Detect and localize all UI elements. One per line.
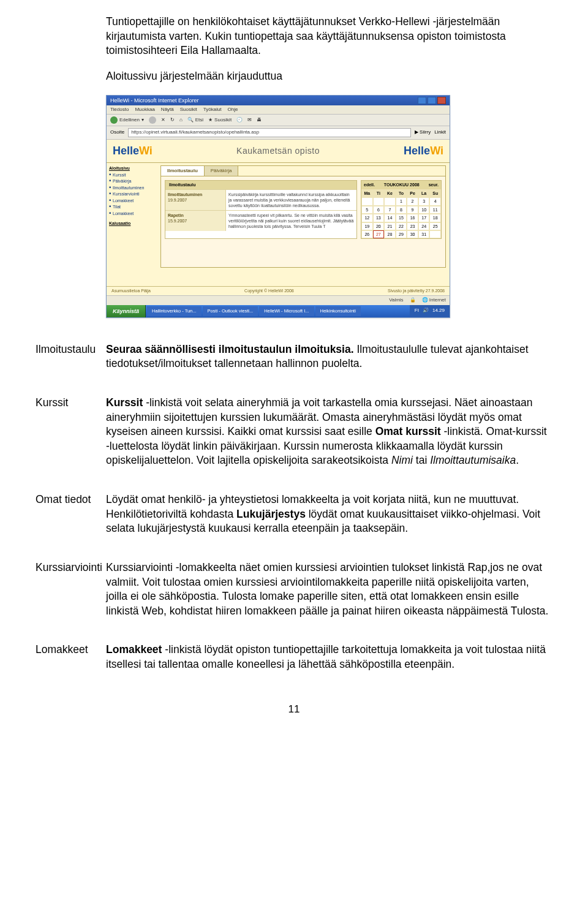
section-label-kurssit: Kurssit xyxy=(36,396,106,410)
menu-item[interactable]: Näytä xyxy=(161,107,174,113)
section-text: Kurssiarviointi -lomakkeelta näet omien … xyxy=(106,561,552,619)
section-text: Kurssit -linkistä voit selata aineryhmiä… xyxy=(106,396,552,468)
favorites-button[interactable]: ★Suosikit xyxy=(208,117,232,124)
cal-prev[interactable]: edell. xyxy=(364,182,375,187)
sidebar-item[interactable]: Lomakkeet xyxy=(109,211,158,217)
zone-label: 🌐 Internet xyxy=(422,297,446,304)
window-title: HelleWi - Microsoft Internet Explorer xyxy=(110,97,199,104)
go-button[interactable]: ▶ Siirry xyxy=(415,129,431,136)
system-tray: FI 🔊 14.29 xyxy=(410,305,450,317)
intro-p2: Aloitussivu järjestelmään kirjauduttua xyxy=(106,69,552,84)
toolbar: Edellinen ▾ ✕ ↻ ⌂ 🔍Etsi ★Suosikit 🕘 ✉ 🖶 xyxy=(107,115,450,126)
sidebar-heading: Kalusaatio xyxy=(109,221,158,226)
links-label[interactable]: Linkit xyxy=(434,129,446,136)
page-footer: Asumuustietoa Päija Copyright © HelleWi … xyxy=(107,286,450,295)
cal-month: TOUKOKUU 2008 xyxy=(384,182,420,187)
app-logo-right: HelleWi xyxy=(404,143,443,158)
print-icon[interactable]: 🖶 xyxy=(257,117,262,124)
task-item[interactable]: HelleWi - Microsoft I... xyxy=(259,306,314,316)
sidebar-heading: Aloitusivu xyxy=(109,165,158,171)
stop-icon[interactable]: ✕ xyxy=(161,117,165,124)
main-panel: Ilmoitustaulu Päiväkirja Ilmoitustaulu I… xyxy=(160,165,446,268)
menubar: Tiedosto Muokkaa Näytä Suosikit Työkalut… xyxy=(107,105,450,115)
sidebar-item[interactable]: Kurssit xyxy=(109,172,158,178)
task-item[interactable]: Posti - Outlook viesti... xyxy=(203,306,258,316)
statusbar: Valmis 🔒 🌐 Internet xyxy=(107,295,450,305)
history-icon[interactable]: 🕘 xyxy=(236,117,243,124)
section-text: Löydät omat henkilö- ja yhteystietosi lo… xyxy=(106,493,552,536)
menu-item[interactable]: Työkalut xyxy=(203,107,222,113)
sidebar-item[interactable]: Lomakkeet xyxy=(109,198,158,204)
school-name: Kaukametsän opisto xyxy=(236,145,320,157)
menu-item[interactable]: Muokkaa xyxy=(135,107,154,113)
tab-diary[interactable]: Päiväkirja xyxy=(205,166,239,176)
minimize-icon[interactable] xyxy=(418,97,426,104)
announcement-panel: Ilmoitustaulu Ilmoittautuminen19.9.2007 … xyxy=(165,180,357,239)
task-item[interactable]: Heikinkonsultointi xyxy=(315,306,361,316)
cal-next[interactable]: seur. xyxy=(429,182,439,187)
search-button[interactable]: 🔍Etsi xyxy=(187,117,203,124)
browser-window: HelleWi - Microsoft Internet Explorer Ti… xyxy=(106,95,450,318)
section-label-kurssiarviointi: Kurssiarviointi xyxy=(36,561,106,575)
menu-item[interactable]: Ohje xyxy=(228,107,238,113)
taskbar: Käynnistä Hallintoverkko - Tun... Posti … xyxy=(107,305,450,317)
tabs: Ilmoitustaulu Päiväkirja xyxy=(161,166,445,177)
sidebar-item[interactable]: Tilat xyxy=(109,204,158,210)
sidebar: Aloitusivu Kurssit Päiväkirja Ilmoittaut… xyxy=(107,163,160,287)
titlebar: HelleWi - Microsoft Internet Explorer xyxy=(107,96,450,105)
back-button[interactable]: Edellinen ▾ xyxy=(110,116,144,124)
section-label-lomakkeet: Lomakkeet xyxy=(36,643,106,657)
tab-announcements[interactable]: Ilmoitustaulu xyxy=(161,166,205,176)
section-text: Lomakkeet -linkistä löydät opiston tunti… xyxy=(106,643,552,671)
task-item[interactable]: Hallintoverkko - Tun... xyxy=(147,306,202,316)
mail-icon[interactable]: ✉ xyxy=(247,117,252,124)
menu-item[interactable]: Suosikit xyxy=(180,107,197,113)
calendar: edell. TOUKOKUU 2008 seur. MaTiKeToPeLaS… xyxy=(361,180,442,239)
address-label: Osoite xyxy=(110,129,124,136)
address-bar: Osoite https://opinet.virtuaali.fi/kauka… xyxy=(107,126,450,140)
panel-title: Ilmoitustaulu xyxy=(169,182,196,187)
table-row: Rapetin15.9.2007 Ymnonasteetti rupeei vi… xyxy=(165,210,356,231)
clock: 14.29 xyxy=(432,308,445,314)
calendar-grid: MaTiKeToPeLaSu 1234 567891011 1213141516… xyxy=(361,189,441,239)
forward-button[interactable] xyxy=(149,116,156,124)
address-input[interactable]: https://opinet.virtuaali.fi/kaukametsano… xyxy=(128,128,411,137)
close-icon[interactable] xyxy=(437,97,446,104)
refresh-icon[interactable]: ↻ xyxy=(170,117,175,124)
home-icon[interactable]: ⌂ xyxy=(179,117,183,124)
status-text: Valmis xyxy=(389,297,403,304)
sections: Ilmoitustaulu Seuraa säännöllisesti ilmo… xyxy=(36,342,552,684)
maximize-icon[interactable] xyxy=(428,97,436,104)
intro-p1: Tuntiopettajille on henkilökohtaiset käy… xyxy=(106,15,552,58)
section-text: Seuraa säännöllisesti ilmoitustaulun ilm… xyxy=(106,342,552,371)
sidebar-item[interactable]: Ilmoittautuminen xyxy=(109,185,158,191)
menu-item[interactable]: Tiedosto xyxy=(110,107,129,113)
screenshot: HelleWi - Microsoft Internet Explorer Ti… xyxy=(106,95,552,318)
start-button[interactable]: Käynnistä xyxy=(107,305,146,317)
app-logo: HelleWi xyxy=(113,143,153,158)
page-number: 11 xyxy=(36,703,552,717)
page-content: HelleWi Kaukametsän opisto HelleWi Aloit… xyxy=(107,140,450,295)
section-label-ilmoitustaulu: Ilmoitustaulu xyxy=(36,342,106,357)
app-header: HelleWi Kaukametsän opisto HelleWi xyxy=(107,140,450,162)
sidebar-item[interactable]: Päiväkirja xyxy=(109,178,158,184)
intro-block: Tuntiopettajille on henkilökohtaiset käy… xyxy=(106,15,552,84)
table-row: Ilmoittautuminen19.9.2007 Kurssipäiväkir… xyxy=(165,189,356,210)
sidebar-item[interactable]: Kurssiarviointi xyxy=(109,191,158,197)
section-label-omat-tiedot: Omat tiedot xyxy=(36,493,106,507)
